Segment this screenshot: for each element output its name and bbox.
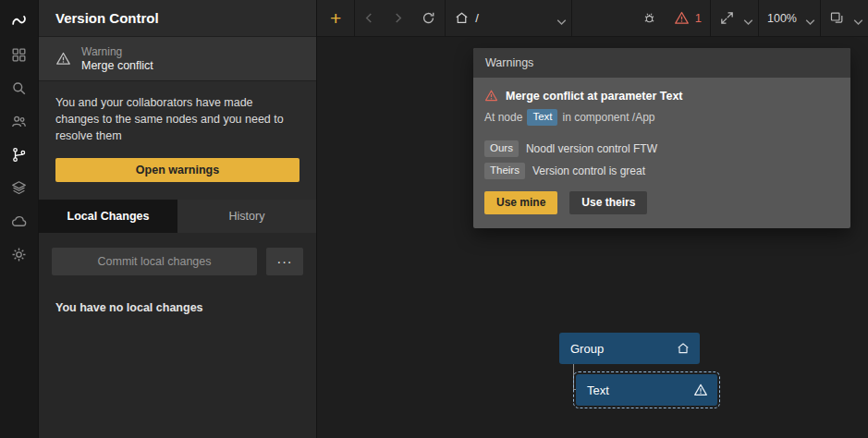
more-options-button[interactable]: ···	[266, 248, 303, 275]
conflict-description: You and your collaborators have made cha…	[39, 81, 316, 144]
debug-inspector-button[interactable]	[633, 0, 666, 36]
layers-icon[interactable]	[6, 174, 33, 201]
ours-row: Ours Noodl version control FTW	[484, 140, 839, 157]
tab-history[interactable]: History	[177, 200, 316, 233]
preview-size-dropdown[interactable]	[711, 0, 758, 36]
chevron-down-icon	[802, 14, 812, 23]
home-icon	[676, 341, 691, 356]
nav-back-button[interactable]	[355, 0, 384, 36]
node-text[interactable]: Text	[576, 374, 717, 406]
editor-main: + /	[317, 0, 868, 438]
version-control-panel: Version Control Warning Merge conflict Y…	[39, 0, 317, 438]
panels-icon	[829, 10, 845, 26]
warning-title: Merge conflict	[81, 59, 153, 72]
merge-conflict-banner[interactable]: Warning Merge conflict	[39, 37, 316, 81]
popup-title: Warnings	[485, 56, 533, 69]
popup-body: Merge conflict at parameter Text At node…	[473, 78, 850, 228]
warning-count: 1	[695, 11, 702, 25]
banner-text: Warning Merge conflict	[81, 45, 153, 72]
chevron-down-icon	[554, 14, 563, 23]
nav-forward-button[interactable]	[384, 0, 412, 36]
top-toolbar: + /	[317, 0, 868, 37]
local-changes-section: Commit local changes ··· You have no loc…	[39, 233, 316, 438]
warnings-indicator-button[interactable]: 1	[666, 0, 710, 36]
path-label: /	[475, 11, 479, 25]
panel-header: Version Control	[39, 0, 316, 37]
chevron-down-icon	[850, 14, 860, 23]
ours-value: Noodl version control FTW	[526, 142, 657, 155]
node-canvas[interactable]: Group Text Warnings Merge con	[317, 37, 868, 438]
warnings-popup: Warnings Merge conflict at parameter Tex…	[473, 48, 850, 228]
node-group[interactable]: Group	[559, 333, 700, 364]
open-warnings-button[interactable]: Open warnings	[55, 158, 300, 182]
commit-row: Commit local changes ···	[52, 248, 303, 275]
theirs-row: Theirs Version control is great	[484, 163, 839, 179]
node-label: Text	[587, 383, 609, 397]
noodl-logo-icon[interactable]	[6, 7, 33, 35]
chevron-down-icon	[740, 14, 750, 23]
warning-triangle-icon	[484, 89, 498, 103]
app-window: Version Control Warning Merge conflict Y…	[0, 0, 868, 438]
conflict-row: Merge conflict at parameter Text	[484, 89, 839, 103]
theirs-badge: Theirs	[484, 163, 525, 179]
node-name-chip[interactable]: Text	[527, 109, 557, 126]
zoom-level: 100%	[767, 12, 797, 25]
warning-kicker: Warning	[81, 45, 153, 58]
no-local-changes-message: You have no local changes	[52, 301, 303, 314]
toolbar-spacer	[572, 0, 633, 36]
ours-badge: Ours	[484, 140, 519, 157]
location-prefix: At node	[484, 111, 522, 124]
cloud-functions-icon[interactable]	[6, 207, 33, 235]
home-icon	[454, 10, 470, 26]
warning-triangle-icon	[55, 51, 71, 67]
expand-icon	[719, 10, 735, 26]
popup-header: Warnings	[473, 48, 850, 78]
panels-layout-dropdown[interactable]	[821, 0, 868, 36]
version-control-icon[interactable]	[6, 140, 33, 168]
warning-triangle-icon	[674, 10, 690, 26]
navigation-path-dropdown[interactable]: /	[446, 0, 571, 36]
node-label: Group	[570, 342, 604, 356]
commit-local-changes-button[interactable]: Commit local changes	[52, 248, 257, 275]
zoom-dropdown[interactable]: 100%	[759, 0, 820, 36]
component-grid-icon[interactable]	[6, 41, 33, 68]
settings-gear-icon[interactable]	[6, 240, 33, 268]
use-mine-button[interactable]: Use mine	[484, 191, 557, 214]
popup-actions: Use mine Use theirs	[484, 191, 839, 214]
refresh-button[interactable]	[412, 0, 445, 36]
panel-tabs: Local Changes History	[39, 200, 316, 233]
location-suffix: in component /App	[562, 111, 654, 124]
add-node-button[interactable]: +	[317, 0, 354, 36]
use-theirs-button[interactable]: Use theirs	[569, 191, 647, 214]
collaborators-icon[interactable]	[6, 107, 33, 135]
theirs-value: Version control is great	[532, 164, 645, 177]
search-icon[interactable]	[6, 74, 33, 102]
tab-local-changes[interactable]: Local Changes	[39, 200, 177, 233]
conflict-location: At node Text in component /App	[484, 109, 839, 126]
icon-sidebar	[0, 0, 39, 438]
conflict-title: Merge conflict at parameter Text	[506, 90, 683, 103]
warning-triangle-icon	[693, 383, 708, 397]
connection-wire	[573, 364, 574, 390]
debug-bug-icon	[642, 10, 657, 26]
panel-title: Version Control	[55, 10, 159, 26]
